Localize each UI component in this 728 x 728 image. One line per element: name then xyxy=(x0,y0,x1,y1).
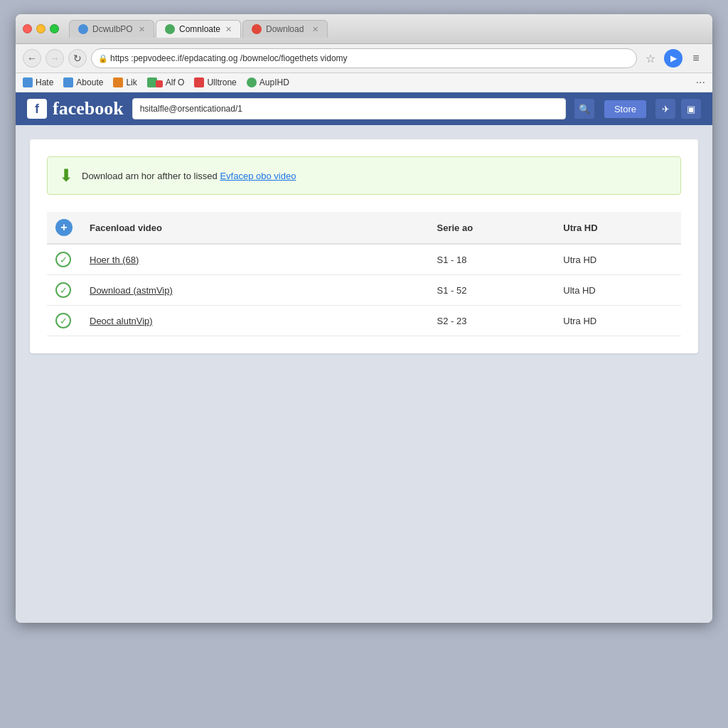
minimize-button[interactable] xyxy=(36,24,46,33)
bookmark-ulltrone-label: Ulltrone xyxy=(207,77,236,87)
nav-bar: ← → ↻ 🔒 ☆ ▶ ≡ xyxy=(16,44,712,73)
tab-2[interactable]: Comnloate ✕ xyxy=(156,20,241,38)
secure-icon: 🔒 xyxy=(98,54,108,63)
back-button[interactable]: ← xyxy=(23,49,41,68)
close-button[interactable] xyxy=(23,24,32,33)
table-header-title: Facenload video xyxy=(81,212,429,244)
row-3-title: Deoct alutnVip) xyxy=(81,306,429,336)
bookmark-alfo-label: Alf O xyxy=(166,77,185,87)
tab-2-label: Comnloate xyxy=(179,24,220,34)
page-content: ⬇ Download arn hor afther to lissed Evfa… xyxy=(16,125,712,623)
download-notice: ⬇ Download arn hor afther to lissed Evfa… xyxy=(47,156,681,195)
row-2-quality: Ulta HD xyxy=(555,275,681,306)
row-3-series: S2 - 23 xyxy=(429,306,555,336)
download-notice-link[interactable]: Evfacep obo video xyxy=(220,171,296,181)
bookmark-star-button[interactable]: ☆ xyxy=(641,49,660,68)
facebook-header: f facebook 🔍 Store ✈ ▣ xyxy=(16,92,712,125)
row-2-status: ✓ xyxy=(47,275,81,306)
table-header-quality: Utra HD xyxy=(555,212,681,244)
forward-button[interactable]: → xyxy=(46,49,64,68)
row-1-series: S1 - 18 xyxy=(429,244,555,275)
browser-window: DcwulbPO ✕ Comnloate ✕ Download ✕ ← → ↻ … xyxy=(16,14,712,623)
bookmark-hate-icon xyxy=(23,77,33,87)
table-row: ✓ Deoct alutnVip) S2 - 23 Utra HD xyxy=(47,306,681,336)
table-row: ✓ Hoer th (68) S1 - 18 Utra HD xyxy=(47,244,681,275)
bookmark-aboute-label: Aboute xyxy=(76,77,103,87)
bookmark-lik-icon xyxy=(113,77,123,87)
window-controls xyxy=(23,24,59,33)
bookmark-aupi-icon xyxy=(247,77,257,87)
content-card: ⬇ Download arn hor afther to lissed Evfa… xyxy=(30,139,698,353)
row-3-quality: Utra HD xyxy=(555,306,681,336)
bookmark-ulltrone[interactable]: Ulltrone xyxy=(194,77,236,87)
table-row: ✓ Download (astmVip) S1 - 52 Ulta HD xyxy=(47,275,681,306)
tab-3-icon xyxy=(252,24,262,34)
tab-1[interactable]: DcwulbPO ✕ xyxy=(69,20,154,38)
download-notice-text: Download arn hor afther to lissed Evface… xyxy=(82,171,296,181)
facebook-store-button[interactable]: Store xyxy=(604,100,647,119)
bookmark-aboute[interactable]: Aboute xyxy=(63,77,103,87)
download-arrow-icon: ⬇ xyxy=(59,166,73,186)
facebook-logo: f facebook xyxy=(27,98,124,119)
row-1-title-link[interactable]: Hoer th (68) xyxy=(90,255,139,265)
facebook-search-button[interactable]: 🔍 xyxy=(574,98,595,119)
facebook-name: facebook xyxy=(53,98,124,119)
check-icon-2: ✓ xyxy=(55,282,71,298)
send-button[interactable]: ▶ xyxy=(664,49,682,68)
bookmarks-more-button[interactable]: ··· xyxy=(696,76,705,89)
url-container: 🔒 xyxy=(91,48,637,68)
bookmark-hate-label: Hate xyxy=(36,77,53,87)
row-2-title-link[interactable]: Download (astmVip) xyxy=(90,285,173,296)
facebook-action-icons: ✈ ▣ xyxy=(655,99,701,119)
tab-1-icon xyxy=(78,24,88,34)
row-3-status: ✓ xyxy=(47,306,81,336)
title-bar: DcwulbPO ✕ Comnloate ✕ Download ✕ xyxy=(16,14,712,44)
row-1-quality: Utra HD xyxy=(555,244,681,275)
facebook-search-input[interactable] xyxy=(132,98,566,119)
facebook-f-icon: f xyxy=(27,99,47,119)
tab-1-label: DcwulbPO xyxy=(92,24,133,34)
bookmark-alfo-icon2 xyxy=(156,80,163,87)
tab-3[interactable]: Download ✕ xyxy=(242,20,328,38)
tab-bar: DcwulbPO ✕ Comnloate ✕ Download ✕ xyxy=(69,20,705,38)
maximize-button[interactable] xyxy=(50,24,59,33)
bookmark-aupi-label: AupIHD xyxy=(259,77,289,87)
video-table: + Facenload video Serie ao Utra HD ✓ Hoe… xyxy=(47,212,681,336)
url-input[interactable] xyxy=(91,48,637,68)
reload-button[interactable]: ↻ xyxy=(68,49,87,68)
bookmark-lik[interactable]: Lik xyxy=(113,77,136,87)
check-icon-1: ✓ xyxy=(55,252,71,267)
bookmarks-bar: Hate Aboute Lik Alf O Ulltrone AupIHD ··… xyxy=(16,73,712,92)
bookmark-lik-label: Lik xyxy=(126,77,136,87)
row-1-status: ✓ xyxy=(47,244,81,275)
row-1-title: Hoer th (68) xyxy=(81,244,429,275)
add-video-button[interactable]: + xyxy=(55,219,73,236)
facebook-video-icon[interactable]: ▣ xyxy=(681,99,701,119)
row-2-series: S1 - 52 xyxy=(429,275,555,306)
bookmark-hate[interactable]: Hate xyxy=(23,77,53,87)
bookmark-aupi[interactable]: AupIHD xyxy=(247,77,289,87)
download-notice-main-text: Download arn hor afther to lissed xyxy=(82,171,220,181)
check-icon-3: ✓ xyxy=(55,313,71,328)
menu-button[interactable]: ≡ xyxy=(687,49,705,68)
table-header-series: Serie ao xyxy=(429,212,555,244)
table-header-icon: + xyxy=(47,212,81,244)
tab-3-label: Download xyxy=(266,24,304,34)
tab-3-close[interactable]: ✕ xyxy=(312,25,318,34)
tab-2-icon xyxy=(165,24,175,34)
bookmark-aboute-icon xyxy=(63,77,73,87)
table-header-row: + Facenload video Serie ao Utra HD xyxy=(47,212,681,244)
bookmark-ulltrone-icon xyxy=(194,77,204,87)
row-2-title: Download (astmVip) xyxy=(81,275,429,306)
tab-2-close[interactable]: ✕ xyxy=(225,25,232,34)
row-3-title-link[interactable]: Deoct alutnVip) xyxy=(90,316,153,326)
bookmark-alfo[interactable]: Alf O xyxy=(147,77,185,87)
tab-1-close[interactable]: ✕ xyxy=(139,25,145,34)
facebook-plane-icon[interactable]: ✈ xyxy=(655,99,675,119)
